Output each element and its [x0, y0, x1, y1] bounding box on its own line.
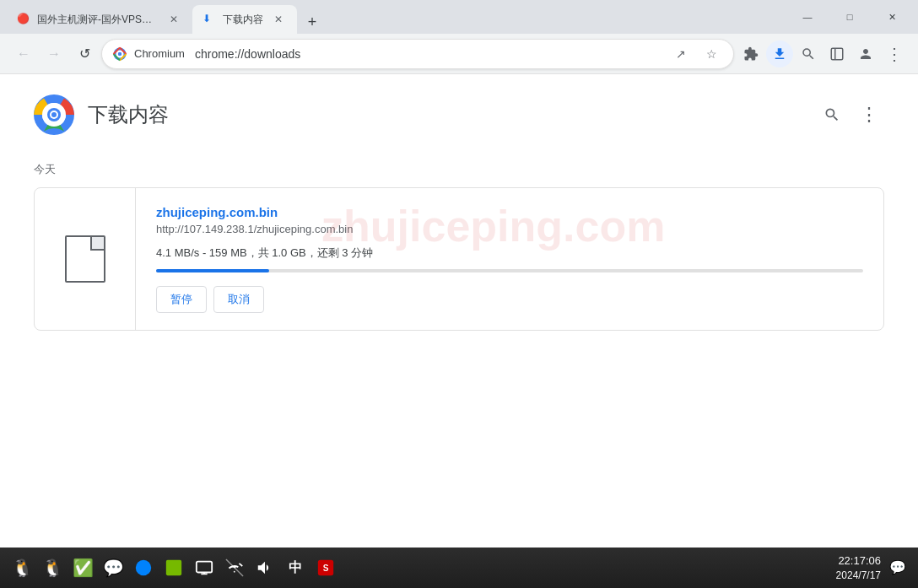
- profile-button[interactable]: [852, 40, 879, 67]
- file-icon: [65, 235, 105, 283]
- download-status: 4.1 MB/s - 159 MB，共 1.0 GB，还剩 3 分钟: [156, 245, 863, 261]
- tab-1[interactable]: 🔴 国外主机测评-国外VPS、国外 ✕: [7, 5, 192, 34]
- page-search-button[interactable]: [817, 100, 847, 130]
- forward-button[interactable]: →: [40, 40, 68, 67]
- download-icon-area: [35, 188, 136, 330]
- tab2-favicon: ⬇: [202, 13, 216, 26]
- search-sidebar-button[interactable]: [795, 40, 822, 67]
- svg-point-2: [118, 51, 122, 56]
- download-actions: 暂停 取消: [156, 286, 863, 313]
- time-display: 22:17:06: [836, 553, 881, 569]
- tab-2[interactable]: ⬇ 下载内容 ✕: [192, 5, 297, 34]
- taskbar-time: 22:17:06 2024/7/17: [836, 553, 881, 583]
- browser-name: Chromium: [134, 47, 185, 60]
- download-filename[interactable]: zhujiceping.com.bin: [156, 205, 863, 219]
- page-content: zhujiceping.com 下载内容: [0, 74, 918, 548]
- bookmark-icon[interactable]: ☆: [699, 42, 723, 66]
- close-button[interactable]: ✕: [872, 3, 911, 30]
- sidebar-toggle-button[interactable]: [824, 40, 850, 67]
- window-controls: — □ ✕: [788, 3, 911, 30]
- tab1-title: 国外主机测评-国外VPS、国外: [37, 13, 159, 27]
- tabs-area: 🔴 国外主机测评-国外VPS、国外 ✕ ⬇ 下载内容 ✕ +: [7, 0, 788, 34]
- minimize-button[interactable]: —: [788, 3, 827, 30]
- taskbar: 🐧 🐧 ✅ 💬 中 S 22:17:06 2024/7/17 💬: [0, 548, 918, 588]
- new-tab-button[interactable]: +: [300, 10, 324, 34]
- taskbar-icon-5[interactable]: [132, 556, 155, 580]
- taskbar-icon-7[interactable]: [192, 556, 216, 580]
- progress-bar: [156, 269, 863, 272]
- address-bar[interactable]: Chromium chrome://downloads ↗ ☆: [101, 39, 734, 69]
- download-url: http://107.149.238.1/zhujiceping.com.bin: [156, 223, 863, 235]
- taskbar-icon-2[interactable]: 🐧: [40, 556, 64, 580]
- progress-bar-fill: [156, 269, 269, 272]
- taskbar-icon-sogou[interactable]: S: [314, 556, 338, 580]
- svg-text:S: S: [323, 564, 329, 573]
- date-display: 2024/7/17: [836, 569, 881, 583]
- address-favicon: [112, 46, 127, 62]
- section-today: 今天: [34, 162, 884, 177]
- toolbar: ← → ↺ Chromium chrome://downloads ↗ ☆: [0, 34, 918, 74]
- tab1-favicon: 🔴: [17, 13, 30, 26]
- page-header-actions: ⋮: [817, 100, 884, 130]
- download-card-content: zhujiceping.com.bin http://107.149.238.1…: [136, 188, 883, 330]
- page-title: 下载内容: [88, 101, 169, 128]
- back-button[interactable]: ←: [10, 40, 37, 67]
- taskbar-icon-3[interactable]: ✅: [71, 556, 94, 580]
- page-menu-button[interactable]: ⋮: [854, 100, 884, 130]
- extensions-button[interactable]: [737, 40, 764, 67]
- cancel-button[interactable]: 取消: [213, 286, 264, 313]
- toolbar-actions: ⋮: [737, 40, 908, 67]
- taskbar-icon-volume[interactable]: [253, 556, 277, 580]
- downloads-button[interactable]: [766, 40, 793, 67]
- taskbar-right: 22:17:06 2024/7/17 💬: [836, 553, 908, 583]
- page-logo: [34, 94, 74, 135]
- taskbar-icon-lang[interactable]: 中: [284, 556, 307, 580]
- svg-point-13: [136, 560, 151, 575]
- taskbar-icon-6[interactable]: [162, 556, 186, 580]
- notification-button[interactable]: 💬: [888, 558, 908, 578]
- svg-rect-14: [166, 560, 181, 575]
- tab1-close[interactable]: ✕: [165, 11, 182, 28]
- tab2-close[interactable]: ✕: [270, 11, 287, 28]
- address-text: chrome://downloads: [195, 47, 662, 61]
- pause-button[interactable]: 暂停: [156, 286, 207, 313]
- svg-rect-3: [831, 48, 843, 60]
- taskbar-icons: 🐧 🐧 ✅ 💬 中 S: [10, 556, 833, 580]
- page-header-left: 下载内容: [34, 94, 169, 135]
- taskbar-icon-wifi[interactable]: [223, 556, 246, 580]
- tab2-title: 下载内容: [223, 13, 263, 27]
- title-bar: 🔴 国外主机测评-国外VPS、国外 ✕ ⬇ 下载内容 ✕ + — □ ✕: [0, 0, 918, 34]
- share-icon[interactable]: ↗: [669, 42, 693, 66]
- svg-point-12: [51, 112, 57, 117]
- taskbar-icon-4[interactable]: 💬: [101, 556, 125, 580]
- svg-rect-15: [197, 562, 212, 573]
- page-header: 下载内容 ⋮: [34, 94, 884, 135]
- refresh-button[interactable]: ↺: [71, 40, 98, 67]
- maximize-button[interactable]: □: [830, 3, 869, 30]
- menu-button[interactable]: ⋮: [881, 40, 908, 67]
- taskbar-icon-1[interactable]: 🐧: [10, 556, 34, 580]
- download-card: zhujiceping.com.bin http://107.149.238.1…: [34, 187, 884, 331]
